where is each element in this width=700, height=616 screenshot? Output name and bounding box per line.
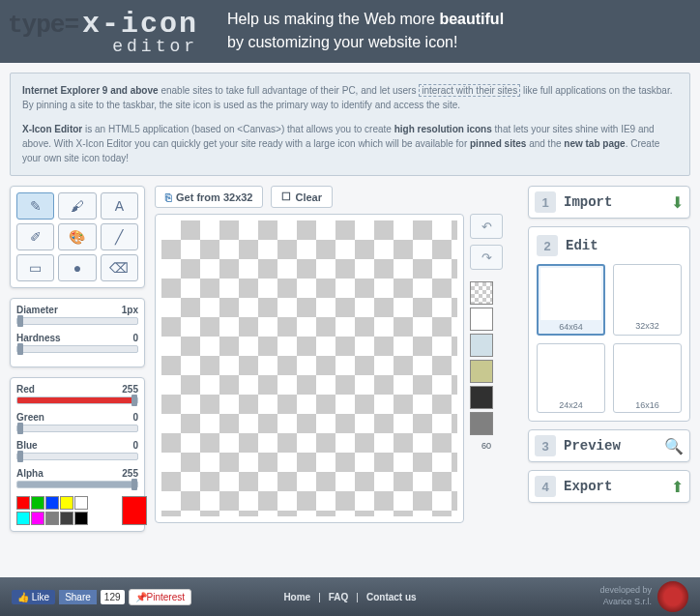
rect-tool[interactable]: ▭	[16, 254, 54, 281]
logo-prefix: type=	[8, 11, 78, 40]
fb-like-button[interactable]: 👍 Like	[12, 590, 55, 604]
pixel-canvas[interactable]	[155, 214, 464, 523]
diameter-slider[interactable]	[16, 317, 138, 325]
slogan: Help us making the Web more beautiful by…	[227, 9, 504, 54]
footer-link[interactable]: Home	[283, 592, 310, 602]
hardness-slider[interactable]	[16, 345, 138, 353]
swatch[interactable]	[45, 512, 59, 525]
swatch[interactable]	[45, 496, 59, 510]
swatch[interactable]	[31, 496, 44, 510]
size-option[interactable]: 32x32	[613, 264, 682, 336]
red-slider[interactable]	[16, 396, 138, 404]
palette-label: 60	[470, 441, 503, 451]
palette-swatch[interactable]	[470, 412, 493, 435]
color-sliders-panel: Red255 Green0 Blue0 Alpha255	[10, 377, 145, 532]
copy-icon: ⎘	[165, 191, 172, 203]
text-tool[interactable]: A	[101, 192, 138, 220]
undo-button[interactable]: ↶	[470, 214, 503, 239]
brush-sliders-panel: Diameter1px Hardness0	[10, 298, 145, 367]
palette-swatch[interactable]	[470, 281, 493, 305]
swatch[interactable]	[16, 512, 30, 525]
bucket-tool[interactable]: 🎨	[58, 223, 96, 250]
export-icon: ⬆	[671, 478, 684, 496]
footer-link[interactable]: Contact us	[366, 592, 417, 602]
palette-swatch[interactable]	[470, 334, 493, 357]
redo-button[interactable]: ↷	[470, 245, 503, 270]
swatch[interactable]	[16, 496, 30, 510]
fb-share-button[interactable]: Share	[59, 590, 97, 604]
alpha-slider[interactable]	[16, 481, 138, 488]
swatch[interactable]	[60, 496, 73, 510]
footer-link[interactable]: FAQ	[329, 592, 349, 602]
developer-logo-icon	[657, 581, 688, 612]
brush-tool[interactable]: 🖌	[58, 192, 96, 220]
app-header: type= x-icon editor Help us making the W…	[0, 0, 700, 63]
get-from-button[interactable]: ⎘Get from 32x32	[155, 186, 263, 208]
step-preview[interactable]: 3 Preview 🔍	[528, 429, 690, 462]
logo-main: x-icon	[82, 8, 198, 41]
footer: 👍 Like Share 129 📌Pinterest Home|FAQ|Con…	[0, 577, 700, 616]
import-icon: ⬇	[671, 193, 684, 212]
blue-slider[interactable]	[16, 453, 138, 460]
circle-tool[interactable]: ●	[58, 254, 96, 281]
step-export[interactable]: 4 Export ⬆	[528, 470, 690, 503]
logo-sub: editor	[8, 37, 198, 56]
current-color[interactable]	[122, 496, 147, 525]
developer-credit: developed byAvarice S.r.l.	[599, 585, 652, 608]
swatch[interactable]	[60, 512, 73, 525]
palette-swatch[interactable]	[470, 386, 493, 409]
swatch[interactable]	[74, 496, 88, 510]
edit-panel: 2 Edit 64x6432x3224x2416x16	[528, 226, 690, 422]
clear-icon: ☐	[281, 191, 291, 203]
eraser-tool[interactable]: ⌫	[101, 254, 138, 281]
logo: type= x-icon editor	[8, 8, 198, 56]
pencil-tool[interactable]: ✎	[16, 192, 54, 220]
pinterest-button[interactable]: 📌Pinterest	[129, 589, 191, 605]
share-count: 129	[101, 590, 125, 604]
swatch[interactable]	[74, 512, 88, 525]
swatch[interactable]	[31, 512, 44, 525]
preview-icon: 🔍	[664, 437, 684, 455]
step-import[interactable]: 1 Import ⬇	[528, 186, 690, 219]
clear-button[interactable]: ☐Clear	[271, 186, 333, 208]
green-slider[interactable]	[16, 425, 138, 432]
color-swatches	[16, 496, 138, 525]
palette-swatch[interactable]	[470, 360, 493, 383]
line-tool[interactable]: ╱	[101, 223, 138, 250]
description-panel: Internet Explorer 9 and above enable sit…	[10, 73, 690, 176]
size-option[interactable]: 16x16	[613, 343, 682, 413]
tools-panel: ✎ 🖌 A ✐ 🎨 ╱ ▭ ● ⌫	[10, 186, 145, 288]
eyedropper-tool[interactable]: ✐	[16, 223, 54, 250]
palette-swatch[interactable]	[470, 308, 493, 331]
size-option[interactable]: 64x64	[537, 264, 605, 336]
size-option[interactable]: 24x24	[537, 343, 605, 413]
